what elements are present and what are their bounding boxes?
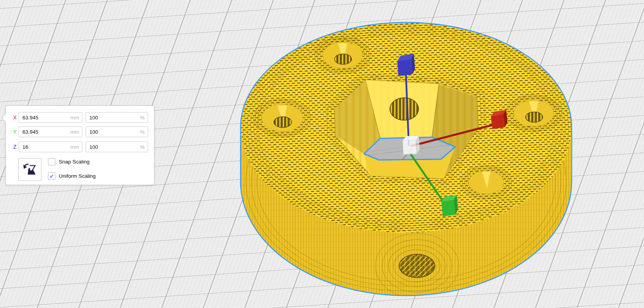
y-percent-input[interactable]: [85, 126, 148, 137]
checkmark-icon: ✓: [50, 174, 54, 179]
center-scale-handle[interactable]: [403, 136, 420, 155]
scale-reset-icon: [22, 162, 37, 177]
counterbore-hole: [461, 166, 512, 199]
snap-scaling-label: Snap Scaling: [59, 159, 90, 165]
cura-3d-viewport[interactable]: X mm % Y mm % Z mm %: [0, 0, 644, 308]
y-size-input[interactable]: [19, 126, 82, 137]
z-size-input[interactable]: [19, 141, 82, 152]
y-axis-handle[interactable]: [441, 195, 458, 216]
scale-row-z: Z mm %: [6, 141, 148, 152]
counterbore-hole: [315, 37, 371, 74]
uniform-scaling-checkbox[interactable]: ✓: [48, 172, 55, 180]
front-radial-hole: [399, 254, 435, 277]
x-percent-input[interactable]: [85, 112, 148, 123]
scale-tool-panel: X mm % Y mm % Z mm %: [5, 106, 154, 185]
snap-scaling-checkbox[interactable]: [48, 158, 55, 165]
pocket-center-hole: [390, 98, 419, 120]
y-axis-label: Y: [11, 129, 19, 135]
counterbore-hole: [506, 95, 562, 132]
z-axis-handle[interactable]: [397, 54, 415, 76]
x-size-input[interactable]: [19, 112, 82, 123]
counterbore-hole: [254, 99, 311, 137]
scale-row-y: Y mm %: [6, 126, 148, 137]
x-axis-label: X: [11, 114, 19, 121]
z-axis-label: Z: [11, 144, 19, 150]
reset-scale-button[interactable]: [18, 158, 41, 181]
uniform-scaling-row: ✓ Uniform Scaling: [48, 172, 96, 180]
uniform-scaling-label: Uniform Scaling: [59, 173, 96, 179]
z-percent-input[interactable]: [85, 141, 148, 152]
scale-row-x: X mm %: [6, 112, 148, 123]
snap-scaling-row: Snap Scaling: [48, 158, 90, 165]
